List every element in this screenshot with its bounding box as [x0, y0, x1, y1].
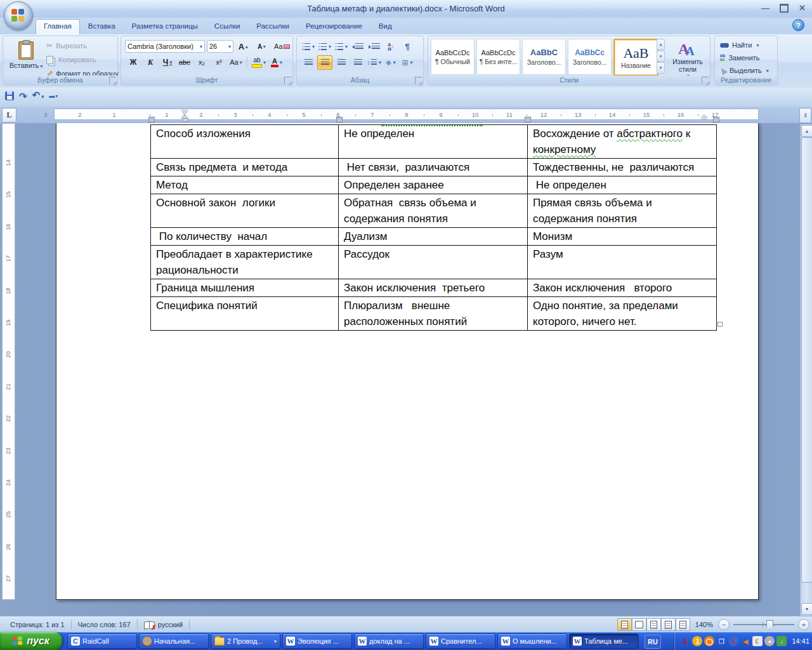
- numbering-button[interactable]: [317, 39, 332, 54]
- clear-formatting-button[interactable]: Аа: [272, 39, 292, 53]
- bold-button[interactable]: Ж: [125, 55, 141, 69]
- table-column-marker[interactable]: [525, 117, 531, 123]
- table-cell-0-1[interactable]: Не определен: [339, 125, 528, 159]
- show-marks-button[interactable]: ¶: [400, 39, 415, 54]
- table-cell-3-0[interactable]: Основной закон логики: [151, 194, 339, 228]
- scroll-up-button[interactable]: ▲: [801, 125, 812, 137]
- zoom-level[interactable]: 140%: [695, 621, 713, 628]
- right-indent-marker[interactable]: [701, 115, 707, 119]
- adobe-reader-icon[interactable]: A: [680, 636, 690, 646]
- network-icon[interactable]: ❒: [716, 636, 726, 646]
- taskbar-button-1[interactable]: Начальная...: [139, 633, 209, 649]
- shading-button[interactable]: ◆: [383, 55, 398, 70]
- vertical-scrollbar[interactable]: ▲ ▼: [800, 124, 812, 616]
- increase-indent-button[interactable]: [367, 39, 382, 54]
- zoom-in-button[interactable]: +: [798, 619, 809, 630]
- style-item-3[interactable]: AaBbCcЗаголово...: [568, 39, 612, 75]
- web-layout-button[interactable]: [646, 618, 661, 631]
- ribbon-tab-2[interactable]: Разметка страницы: [124, 19, 206, 34]
- table-cell-4-1[interactable]: Дуализм: [339, 228, 528, 246]
- borders-button[interactable]: ⊞: [400, 55, 415, 70]
- help-button[interactable]: ?: [792, 19, 804, 31]
- qat-customize-button[interactable]: ▬: [49, 93, 57, 99]
- zoom-out-button[interactable]: −: [718, 619, 730, 630]
- bullets-button[interactable]: [301, 39, 316, 54]
- align-center-button[interactable]: [317, 55, 332, 70]
- download-icon[interactable]: ↓: [776, 636, 787, 646]
- style-item-1[interactable]: AaBbCcDc¶ Без инте...: [476, 39, 520, 75]
- font-name-combo[interactable]: Cambria (Заголовки)▾: [125, 40, 205, 53]
- style-gallery-scroll-down[interactable]: ▼: [657, 51, 665, 62]
- notification-1-icon[interactable]: 1: [692, 636, 702, 646]
- subscript-button[interactable]: x₂: [193, 55, 210, 69]
- replace-button[interactable]: abac Заменить: [720, 51, 769, 64]
- clock[interactable]: 14:41: [792, 637, 809, 645]
- taskbar-button-3[interactable]: WЭволюция ...: [282, 633, 352, 649]
- office-button[interactable]: [4, 1, 33, 30]
- table-cell-1-2[interactable]: Тождественны, не различаются: [528, 159, 717, 176]
- draft-button[interactable]: [676, 618, 690, 631]
- line-spacing-button[interactable]: ↕: [367, 55, 382, 70]
- cut-button[interactable]: ✂ Вырезать: [45, 39, 119, 53]
- grow-font-button[interactable]: А▲: [235, 39, 252, 53]
- table-cell-4-0[interactable]: По количеству начал: [151, 228, 339, 246]
- taskbar-button-0[interactable]: CRaidCall: [67, 633, 137, 649]
- ribbon-tab-0[interactable]: Главная: [36, 19, 80, 34]
- print-layout-button[interactable]: [617, 618, 632, 631]
- volume-icon[interactable]: ◀: [740, 636, 750, 646]
- full-screen-reading-button[interactable]: [632, 618, 646, 631]
- decrease-indent-button[interactable]: [350, 39, 365, 54]
- style-gallery-scroll-up[interactable]: ▲: [657, 39, 665, 50]
- taskbar-button-6[interactable]: WО мышлени...: [497, 633, 567, 649]
- table-cell-6-1[interactable]: Закон исключения третьего: [339, 279, 528, 297]
- table-cell-1-0[interactable]: Связь предмета и метода: [151, 159, 339, 176]
- table-column-marker[interactable]: [148, 117, 155, 123]
- table-cell-5-1[interactable]: Рассудок: [339, 246, 528, 279]
- styles-dialog-launcher[interactable]: [702, 77, 709, 84]
- table-resize-handle[interactable]: [717, 322, 723, 327]
- language-bar[interactable]: RU: [645, 635, 661, 649]
- audio-device-icon[interactable]: ●: [764, 636, 775, 646]
- table-cell-7-1[interactable]: Плюрализм внешне расположенных понятий: [339, 297, 528, 331]
- antivirus-swirl-icon[interactable]: S: [728, 636, 738, 646]
- sort-button[interactable]: АЯ ↓: [383, 39, 398, 54]
- clipboard-dialog-launcher[interactable]: [109, 77, 116, 84]
- align-left-button[interactable]: [301, 55, 316, 70]
- first-line-indent-marker[interactable]: [181, 110, 188, 114]
- style-gallery-more[interactable]: ▼: [657, 62, 665, 74]
- table-cell-6-0[interactable]: Граница мышления: [151, 279, 339, 297]
- highlight-button[interactable]: ab: [250, 55, 268, 69]
- font-color-button[interactable]: А: [268, 55, 285, 69]
- document-page[interactable]: Способ изложенияНе определенВосхождение …: [56, 123, 759, 600]
- table-cell-4-2[interactable]: Монизм: [528, 228, 717, 246]
- tab-selector[interactable]: L: [2, 108, 16, 123]
- zoom-thumb[interactable]: [766, 620, 773, 630]
- taskbar-button-5[interactable]: WСравнител...: [426, 633, 495, 649]
- table-cell-1-1[interactable]: Нет связи, различаются: [339, 159, 528, 176]
- table-cell-0-0[interactable]: Способ изложения: [151, 125, 339, 159]
- undo-button[interactable]: ↶: [32, 90, 44, 102]
- start-button[interactable]: пуск: [0, 632, 62, 650]
- zoom-slider[interactable]: [733, 624, 794, 625]
- restore-button[interactable]: [780, 4, 789, 15]
- table-cell-0-2[interactable]: Восхождение от абстрактного к конкретном…: [528, 125, 717, 159]
- save-button[interactable]: [5, 91, 14, 100]
- table-column-marker[interactable]: [713, 117, 719, 123]
- table-cell-5-2[interactable]: Разум: [528, 246, 717, 279]
- page-indicator[interactable]: Страница: 1 из 1: [4, 620, 72, 630]
- close-button[interactable]: ✕: [799, 4, 806, 15]
- ruler-toggle-button[interactable]: ⇕: [799, 108, 811, 123]
- taskbar-button-2[interactable]: 2 Провод...▾: [211, 633, 280, 649]
- font-dialog-launcher[interactable]: [284, 77, 291, 84]
- table-cell-2-1[interactable]: Определен заранее: [339, 176, 528, 194]
- table-cell-3-1[interactable]: Обратная связь объема и содержания понят…: [339, 194, 528, 228]
- outline-button[interactable]: [661, 618, 676, 631]
- font-size-combo[interactable]: 26▾: [207, 40, 233, 53]
- style-item-4[interactable]: АаВНазвание: [613, 39, 658, 76]
- table-cell-2-2[interactable]: Не определен: [528, 176, 717, 194]
- strikethrough-button[interactable]: abe: [176, 55, 193, 69]
- superscript-button[interactable]: x²: [211, 55, 227, 69]
- style-item-2[interactable]: AaBbCЗаголово...: [522, 39, 566, 75]
- change-case-button[interactable]: Aa: [228, 55, 244, 69]
- moon-app-icon[interactable]: ☾: [752, 636, 763, 646]
